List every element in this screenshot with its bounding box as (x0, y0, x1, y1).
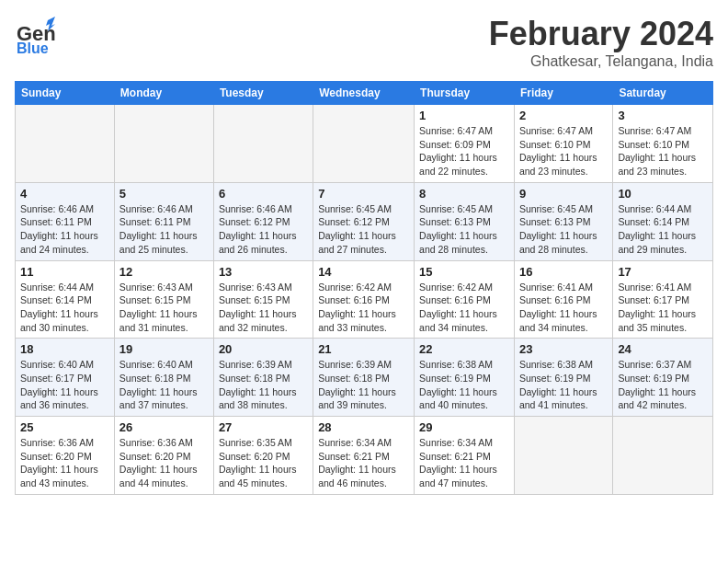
day-number: 8 (419, 187, 509, 201)
day-info: Sunrise: 6:45 AM Sunset: 6:13 PM Dayligh… (519, 202, 608, 257)
calendar-cell: 21Sunrise: 6:39 AM Sunset: 6:18 PM Dayli… (313, 339, 415, 417)
day-info: Sunrise: 6:47 AM Sunset: 6:09 PM Dayligh… (419, 124, 509, 178)
day-number: 13 (219, 265, 308, 279)
day-info: Sunrise: 6:43 AM Sunset: 6:15 PM Dayligh… (119, 281, 209, 335)
day-number: 29 (419, 420, 509, 434)
day-info: Sunrise: 6:38 AM Sunset: 6:19 PM Dayligh… (419, 358, 509, 412)
day-number: 9 (519, 187, 608, 201)
day-number: 28 (318, 420, 409, 434)
day-info: Sunrise: 6:38 AM Sunset: 6:19 PM Dayligh… (519, 358, 608, 412)
day-info: Sunrise: 6:47 AM Sunset: 6:10 PM Dayligh… (618, 124, 708, 178)
day-info: Sunrise: 6:39 AM Sunset: 6:18 PM Dayligh… (318, 358, 409, 412)
calendar-cell: 7Sunrise: 6:45 AM Sunset: 6:12 PM Daylig… (313, 182, 415, 260)
weekday-header-monday: Monday (114, 82, 213, 105)
day-number: 5 (119, 187, 209, 201)
day-number: 20 (219, 342, 308, 356)
calendar-cell: 22Sunrise: 6:38 AM Sunset: 6:19 PM Dayli… (415, 339, 515, 417)
calendar-cell: 13Sunrise: 6:43 AM Sunset: 6:15 PM Dayli… (213, 260, 313, 339)
calendar-cell (514, 417, 612, 495)
logo-icon: General Blue (15, 15, 55, 55)
calendar-cell: 9Sunrise: 6:45 AM Sunset: 6:13 PM Daylig… (514, 182, 612, 260)
calendar-cell: 26Sunrise: 6:36 AM Sunset: 6:20 PM Dayli… (114, 417, 213, 495)
day-number: 21 (318, 342, 409, 356)
calendar-cell: 24Sunrise: 6:37 AM Sunset: 6:19 PM Dayli… (613, 339, 713, 417)
calendar-cell: 20Sunrise: 6:39 AM Sunset: 6:18 PM Dayli… (213, 339, 313, 417)
day-number: 16 (519, 265, 608, 279)
day-number: 14 (318, 265, 409, 279)
day-info: Sunrise: 6:36 AM Sunset: 6:20 PM Dayligh… (119, 436, 209, 490)
weekday-header-tuesday: Tuesday (213, 82, 313, 105)
day-info: Sunrise: 6:43 AM Sunset: 6:15 PM Dayligh… (219, 281, 308, 335)
day-info: Sunrise: 6:46 AM Sunset: 6:11 PM Dayligh… (119, 202, 209, 257)
calendar-cell: 4Sunrise: 6:46 AM Sunset: 6:11 PM Daylig… (16, 182, 115, 260)
day-number: 19 (119, 342, 209, 356)
calendar-week-row: 4Sunrise: 6:46 AM Sunset: 6:11 PM Daylig… (16, 182, 713, 260)
day-number: 27 (219, 420, 308, 434)
day-info: Sunrise: 6:46 AM Sunset: 6:12 PM Dayligh… (219, 202, 308, 257)
day-info: Sunrise: 6:41 AM Sunset: 6:16 PM Dayligh… (519, 281, 608, 335)
calendar-cell (16, 105, 115, 183)
weekday-header-friday: Friday (514, 82, 612, 105)
day-info: Sunrise: 6:34 AM Sunset: 6:21 PM Dayligh… (318, 436, 409, 490)
day-info: Sunrise: 6:42 AM Sunset: 6:16 PM Dayligh… (318, 281, 409, 335)
day-number: 15 (419, 265, 509, 279)
day-info: Sunrise: 6:45 AM Sunset: 6:13 PM Dayligh… (419, 202, 509, 257)
calendar-cell (613, 417, 713, 495)
calendar-cell: 8Sunrise: 6:45 AM Sunset: 6:13 PM Daylig… (415, 182, 515, 260)
calendar-cell: 2Sunrise: 6:47 AM Sunset: 6:10 PM Daylig… (514, 105, 612, 183)
calendar-cell: 6Sunrise: 6:46 AM Sunset: 6:12 PM Daylig… (213, 182, 313, 260)
calendar-cell: 27Sunrise: 6:35 AM Sunset: 6:20 PM Dayli… (213, 417, 313, 495)
weekday-header-saturday: Saturday (613, 82, 713, 105)
day-number: 7 (318, 187, 409, 201)
calendar-cell: 18Sunrise: 6:40 AM Sunset: 6:17 PM Dayli… (16, 339, 115, 417)
day-number: 11 (20, 265, 109, 279)
day-number: 18 (20, 342, 109, 356)
calendar-cell: 23Sunrise: 6:38 AM Sunset: 6:19 PM Dayli… (514, 339, 612, 417)
day-info: Sunrise: 6:40 AM Sunset: 6:17 PM Dayligh… (20, 358, 109, 412)
calendar-cell (313, 105, 415, 183)
logo: General Blue (15, 15, 55, 55)
calendar-cell: 12Sunrise: 6:43 AM Sunset: 6:15 PM Dayli… (114, 260, 213, 339)
day-info: Sunrise: 6:46 AM Sunset: 6:11 PM Dayligh… (20, 202, 109, 257)
calendar-week-row: 1Sunrise: 6:47 AM Sunset: 6:09 PM Daylig… (16, 105, 713, 183)
title-section: February 2024 Ghatkesar, Telangana, Indi… (489, 15, 713, 70)
calendar-week-row: 11Sunrise: 6:44 AM Sunset: 6:14 PM Dayli… (16, 260, 713, 339)
calendar-cell: 16Sunrise: 6:41 AM Sunset: 6:16 PM Dayli… (514, 260, 612, 339)
page-header: General Blue February 2024 Ghatkesar, Te… (15, 15, 713, 70)
weekday-header-sunday: Sunday (16, 82, 115, 105)
day-info: Sunrise: 6:44 AM Sunset: 6:14 PM Dayligh… (618, 202, 708, 257)
month-title: February 2024 (489, 15, 713, 53)
calendar-table: SundayMondayTuesdayWednesdayThursdayFrid… (15, 81, 713, 495)
location-title: Ghatkesar, Telangana, India (489, 53, 713, 70)
day-info: Sunrise: 6:36 AM Sunset: 6:20 PM Dayligh… (20, 436, 109, 490)
day-number: 1 (419, 109, 509, 122)
day-info: Sunrise: 6:45 AM Sunset: 6:12 PM Dayligh… (318, 202, 409, 257)
day-info: Sunrise: 6:34 AM Sunset: 6:21 PM Dayligh… (419, 436, 509, 490)
calendar-week-row: 18Sunrise: 6:40 AM Sunset: 6:17 PM Dayli… (16, 339, 713, 417)
calendar-cell: 28Sunrise: 6:34 AM Sunset: 6:21 PM Dayli… (313, 417, 415, 495)
svg-text:Blue: Blue (17, 40, 49, 55)
calendar-cell: 19Sunrise: 6:40 AM Sunset: 6:18 PM Dayli… (114, 339, 213, 417)
calendar-cell (213, 105, 313, 183)
day-number: 25 (20, 420, 109, 434)
weekday-header-row: SundayMondayTuesdayWednesdayThursdayFrid… (16, 82, 713, 105)
day-number: 3 (618, 109, 708, 122)
calendar-cell: 11Sunrise: 6:44 AM Sunset: 6:14 PM Dayli… (16, 260, 115, 339)
day-info: Sunrise: 6:47 AM Sunset: 6:10 PM Dayligh… (519, 124, 608, 178)
calendar-cell: 3Sunrise: 6:47 AM Sunset: 6:10 PM Daylig… (613, 105, 713, 183)
calendar-cell: 17Sunrise: 6:41 AM Sunset: 6:17 PM Dayli… (613, 260, 713, 339)
day-info: Sunrise: 6:40 AM Sunset: 6:18 PM Dayligh… (119, 358, 209, 412)
day-number: 12 (119, 265, 209, 279)
calendar-cell (114, 105, 213, 183)
day-info: Sunrise: 6:35 AM Sunset: 6:20 PM Dayligh… (219, 436, 308, 490)
day-number: 4 (20, 187, 109, 201)
calendar-cell: 25Sunrise: 6:36 AM Sunset: 6:20 PM Dayli… (16, 417, 115, 495)
day-info: Sunrise: 6:39 AM Sunset: 6:18 PM Dayligh… (219, 358, 308, 412)
calendar-cell: 15Sunrise: 6:42 AM Sunset: 6:16 PM Dayli… (415, 260, 515, 339)
weekday-header-thursday: Thursday (415, 82, 515, 105)
day-number: 22 (419, 342, 509, 356)
calendar-cell: 5Sunrise: 6:46 AM Sunset: 6:11 PM Daylig… (114, 182, 213, 260)
day-info: Sunrise: 6:44 AM Sunset: 6:14 PM Dayligh… (20, 281, 109, 335)
calendar-week-row: 25Sunrise: 6:36 AM Sunset: 6:20 PM Dayli… (16, 417, 713, 495)
day-number: 2 (519, 109, 608, 122)
